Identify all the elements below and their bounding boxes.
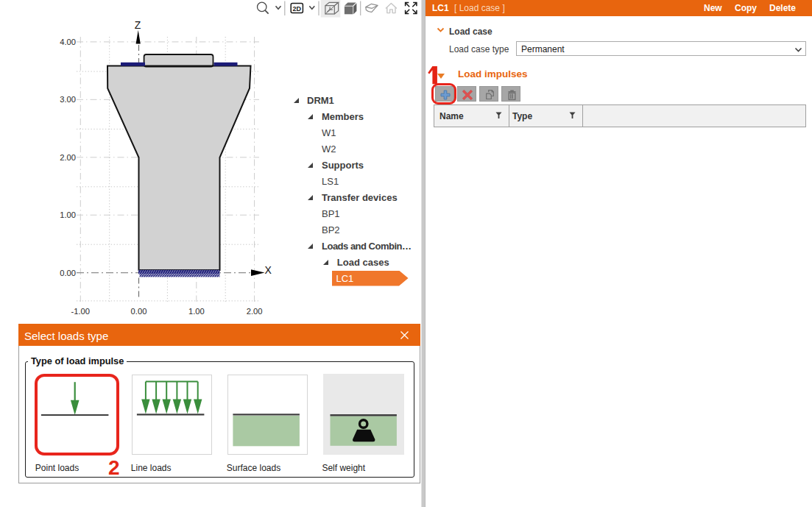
svg-text:1.00: 1.00 (188, 307, 205, 316)
svg-text:2.00: 2.00 (247, 307, 263, 316)
svg-text:3.00: 3.00 (60, 95, 76, 104)
svg-text:0.00: 0.00 (60, 269, 76, 277)
svg-text:X: X (265, 264, 272, 276)
svg-text:0.00: 0.00 (131, 307, 147, 316)
svg-text:Z: Z (135, 19, 141, 31)
svg-text:-1.00: -1.00 (71, 307, 91, 316)
svg-text:4.00: 4.00 (60, 38, 76, 46)
svg-text:2.00: 2.00 (60, 153, 76, 162)
svg-text:2D: 2D (293, 5, 302, 13)
svg-text:1.00: 1.00 (60, 210, 76, 219)
